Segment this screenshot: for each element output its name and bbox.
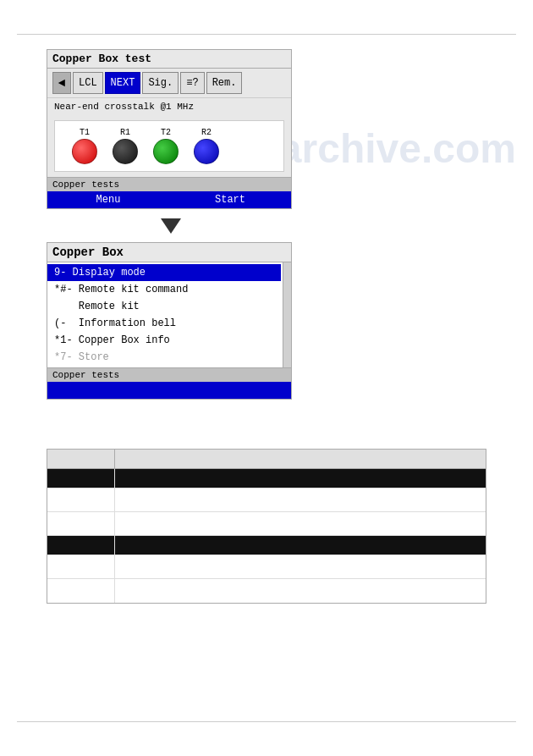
cbt-bottom-bar: Menu Start xyxy=(47,191,291,208)
table-header-row xyxy=(47,450,486,469)
table-row xyxy=(47,536,486,555)
table-cell xyxy=(115,579,486,603)
cbt-arrow-button[interactable]: ◄ xyxy=(52,72,71,94)
arrow-down-icon xyxy=(161,218,181,234)
cb-menu-wrapper: 9- Display mode *#- Remote kit command R… xyxy=(47,262,291,367)
circle-r1-dot xyxy=(113,139,138,164)
table-row xyxy=(47,469,486,488)
circle-t2-label: T2 xyxy=(161,128,171,137)
cbt-statusbar: Copper tests xyxy=(47,177,291,191)
table-cell xyxy=(115,512,486,535)
table-cell xyxy=(115,469,486,488)
table-header-col1 xyxy=(47,450,115,468)
cb-menu-item-info-bell[interactable]: (- Information bell xyxy=(47,315,281,332)
table-row xyxy=(47,512,486,536)
circle-r1: R1 xyxy=(113,128,138,164)
table-row xyxy=(47,555,486,579)
circle-t1: T1 xyxy=(72,128,97,164)
cb-menu: 9- Display mode *#- Remote kit command R… xyxy=(47,262,291,367)
cb-bottom-bar xyxy=(47,382,291,399)
cbt-next-button[interactable]: NEXT xyxy=(105,72,141,94)
circle-r1-label: R1 xyxy=(120,128,130,137)
table-cell xyxy=(115,488,486,511)
cb-menu-item-remote-kit[interactable]: Remote kit xyxy=(47,298,281,315)
table-cell xyxy=(47,555,115,578)
cbt-menu-button[interactable]: Menu xyxy=(47,191,169,208)
table-cell xyxy=(115,555,486,578)
cb-statusbar: Copper tests xyxy=(47,367,291,382)
table-cell xyxy=(47,536,115,555)
table-header-col2 xyxy=(115,450,486,468)
cbt-info-button[interactable]: ≡? xyxy=(180,72,204,94)
cb-scrollbar[interactable] xyxy=(283,262,291,367)
table-row xyxy=(47,579,486,603)
table-cell xyxy=(47,488,115,511)
cb-menu-item-box-info[interactable]: *1- Copper Box info xyxy=(47,332,281,349)
circle-t2: T2 xyxy=(153,128,179,164)
circle-r2: R2 xyxy=(194,128,219,164)
table-cell xyxy=(47,469,115,488)
table-row xyxy=(47,488,486,512)
cbt-toolbar: ◄ LCL NEXT Sig. ≡? Rem. xyxy=(47,69,291,98)
cb-menu-item-remote-kit-cmd[interactable]: *#- Remote kit command xyxy=(47,281,281,298)
copper-box-widget: Copper Box 9- Display mode *#- Remote ki… xyxy=(47,242,292,400)
top-rule xyxy=(17,34,516,35)
copper-box-test-title: Copper Box test xyxy=(47,50,291,69)
circle-t1-label: T1 xyxy=(80,128,90,137)
table-cell xyxy=(47,579,115,603)
table-section xyxy=(47,449,486,604)
cb-menu-item-store: *7- Store xyxy=(47,349,281,366)
copper-box-title: Copper Box xyxy=(47,243,291,262)
cbt-sig-button[interactable]: Sig. xyxy=(142,72,179,94)
table-cell xyxy=(47,512,115,535)
bottom-rule xyxy=(17,721,516,722)
circle-t2-dot xyxy=(153,139,179,164)
cbt-start-button[interactable]: Start xyxy=(169,191,291,208)
copper-box-test-widget: Copper Box test ◄ LCL NEXT Sig. ≡? Rem. … xyxy=(47,49,292,209)
circle-r2-label: R2 xyxy=(201,128,212,137)
cbt-subtitle: Near-end crosstalk @1 MHz xyxy=(47,98,291,115)
cbt-rem-button[interactable]: Rem. xyxy=(206,72,243,94)
circle-r2-dot xyxy=(194,139,219,164)
circle-t1-dot xyxy=(72,139,97,164)
cbt-lcl-button[interactable]: LCL xyxy=(73,72,103,94)
cbt-circles-area: T1 R1 T2 R2 xyxy=(54,120,284,172)
arrow-down-indicator xyxy=(161,218,181,234)
cb-menu-item-display-mode[interactable]: 9- Display mode xyxy=(47,264,281,281)
table-cell xyxy=(115,536,486,555)
